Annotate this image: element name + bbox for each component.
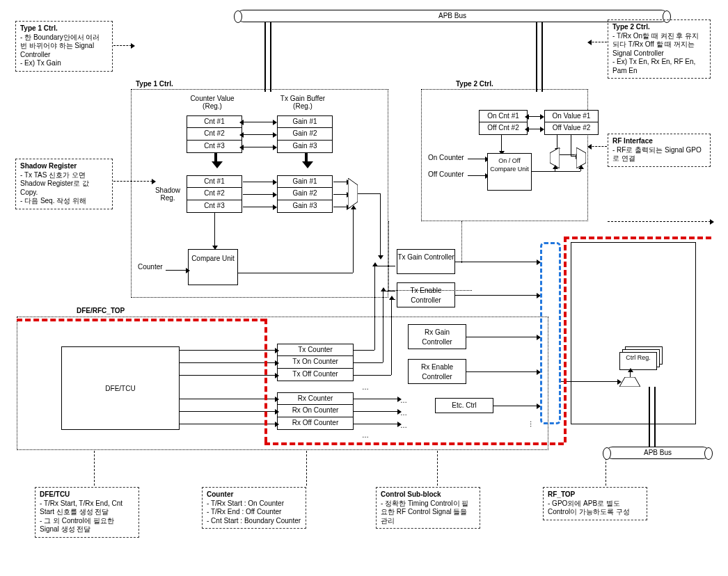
shadow-cnt-1: Cnt #1 (187, 175, 242, 188)
v-txoff-up (391, 299, 392, 375)
tx-off-counter: Tx Off Counter (277, 369, 354, 381)
out-rxgain (466, 337, 537, 337)
counter-stack: Tx Counter Tx On Counter Tx Off Counter (277, 344, 354, 381)
leader-csb (437, 451, 438, 486)
l-dfe-rxon (180, 411, 276, 412)
dots-ctrl: … (529, 421, 537, 428)
offc-line (468, 175, 486, 176)
type2-cnt-stack: On Cnt #1 Off Cnt #2 (479, 110, 528, 135)
rx-en-controller: Rx Enable Controller (408, 359, 466, 384)
ctrl-reg: Ctrl Reg. (619, 352, 657, 370)
note-shadow-title: Shadow Register (20, 162, 108, 171)
o-txon (354, 362, 383, 363)
t2-line1b (528, 116, 541, 117)
cnt-reg-stack: Cnt #1 Cnt #2 Cnt #3 (187, 115, 242, 153)
onc-line (468, 159, 486, 159)
v-txon-h (383, 291, 395, 291)
note-type2-l1: - T/Rx On할 때 켜진 후 유지되다 T/Rx Off 할 때 꺼지는 … (612, 32, 706, 58)
apb-bus-bottom: APB Bus (606, 447, 710, 459)
apb-bus-top: APB Bus (237, 10, 668, 22)
mux-type1 (348, 178, 358, 209)
t2-cnt-to-cmp (501, 135, 502, 152)
rx-counter: Rx Counter (277, 392, 354, 405)
note-csb-l1: - 정확한 Timing Control이 필요한 RF Control Sig… (381, 499, 475, 526)
shadow-cnt-3: Cnt #3 (187, 200, 242, 213)
type2-offval: Off Value #2 (544, 122, 599, 135)
rftop-apb-drop1 (649, 387, 650, 447)
mux-sel-line-v (353, 209, 354, 273)
line-mux-1 (333, 182, 347, 182)
v-txoff-h (391, 299, 395, 300)
l-dfe-txon (180, 362, 276, 363)
note-type2: Type 2 Ctrl. - T/Rx On할 때 켜진 후 유지되다 T/Rx… (608, 19, 711, 79)
onoff-compare-unit: On / Off Compare Unit (487, 153, 532, 191)
rftop-mux-in (630, 371, 631, 377)
dots-mid: … (362, 383, 369, 391)
o-rxon (354, 411, 398, 412)
label-dferfc: DFE/RFC_TOP (77, 307, 125, 314)
compare-unit: Compare Unit (188, 249, 238, 285)
v-txc-h (374, 266, 395, 266)
note-rfint-l1: - RF로 출력되는 Signal GPO로 연결 (612, 146, 706, 163)
gain-reg-stack: Gain #1 Gain #2 Gain #3 (277, 115, 333, 153)
t2-val-dn1 (557, 135, 557, 149)
note-counter-l2: - T/Rx End : Off Counter (207, 508, 301, 517)
label-tx-gain-buf: Tx Gain Buffer (Reg.) (271, 95, 334, 110)
rf-interface-bus (540, 242, 561, 424)
label-type2-ctrl: Type 2 Ctrl. (456, 80, 493, 88)
bus-drop-1 (264, 22, 266, 92)
note-type1: Type 1 Ctrl. - 한 Boundary안에서 여러 번 바뀌어야 하… (15, 21, 113, 72)
dots-bottom: … (362, 431, 369, 439)
label-off-counter: Off Counter (428, 170, 464, 178)
note-csb-title: Control Sub-block (381, 490, 475, 499)
shadow-cnt-2: Cnt #2 (187, 188, 242, 200)
dots-rx3: … (400, 422, 407, 429)
cnt-reg-3: Cnt #3 (187, 141, 242, 153)
note-csb: Control Sub-block - 정확한 Timing Control이 … (376, 487, 480, 529)
label-counter-value: Counter Value (Reg.) (181, 95, 244, 110)
o-txoff (354, 375, 391, 376)
note-shadow-l1: - Tx TAS 신호가 오면 Shadow Register로 값 Copy. (20, 171, 108, 198)
shadow-cnt-stack: Cnt #1 Cnt #2 Cnt #3 (187, 175, 242, 213)
counter-stack-rx: Rx Counter Rx On Counter Rx Off Counter (277, 392, 354, 430)
out-etc (493, 406, 537, 406)
shadow-gain-stack: Gain #1 Gain #2 Gain #3 (277, 175, 333, 213)
line-sh-2 (243, 194, 274, 195)
note-type1-l2: - Ex) Tx Gain (20, 59, 108, 68)
tx-counter: Tx Counter (277, 344, 354, 356)
note-counter-l1: - T/Rx Start : On Counter (207, 499, 301, 509)
t2-sel-h (532, 171, 580, 172)
o-txc (354, 350, 374, 351)
note-counter-title: Counter (207, 490, 301, 499)
blue-to-rftopmux (561, 381, 618, 382)
o-rxoff (354, 424, 398, 424)
gain-reg-3: Gain #3 (277, 141, 333, 153)
note-dfetcu-l1: - T/Rx Start, T/Rx End, Cnt Start 신호를 생성… (40, 499, 134, 517)
t2-val-dn2v (571, 135, 571, 156)
note-shadow-l2: - 다음 Seq. 작성 위해 (20, 197, 108, 206)
t2-sel-v2 (580, 168, 581, 171)
l-dfe-txc (180, 350, 276, 351)
mux-out-h (358, 193, 380, 194)
rx-on-counter: Rx On Counter (277, 405, 354, 417)
dfetcu-block: DFE/TCU (61, 346, 180, 430)
rf-top-block (571, 242, 696, 424)
t2-sel-v1 (555, 168, 555, 171)
bus-drop-2 (536, 22, 537, 92)
counter-in-line (166, 270, 187, 271)
gain-reg-2: Gain #2 (277, 128, 333, 141)
leader-type1 (113, 45, 132, 46)
note-dfetcu: DFE/TCU - T/Rx Start, T/Rx End, Cnt Star… (35, 487, 139, 538)
cnt-to-cmp (214, 213, 215, 246)
t2-line2b (528, 129, 541, 129)
gain-reg-1: Gain #1 (277, 115, 333, 128)
tx-on-counter: Tx On Counter (277, 356, 354, 369)
cnt-reg-2: Cnt #2 (187, 128, 242, 141)
dots-rx2: … (400, 409, 407, 417)
note-type1-l1: - 한 Boundary안에서 여러 번 바뀌어야 하는 Signal Cont… (20, 33, 108, 60)
note-rftop-l1: - GPO외에 APB로 별도 Control이 가능하도록 구성 (548, 499, 642, 517)
dotted-t2-to-txgain (455, 221, 462, 263)
etc-ctrl: Etc. Ctrl (435, 398, 493, 413)
mux-out-v (380, 193, 381, 256)
shadow-gain-1: Gain #1 (277, 175, 333, 188)
